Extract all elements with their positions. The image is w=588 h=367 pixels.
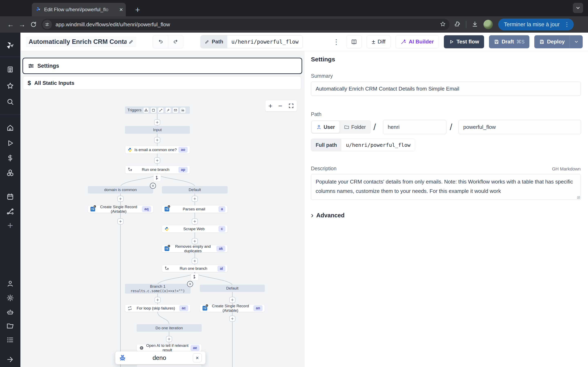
advanced-section-toggle[interactable]: › Advanced — [311, 212, 345, 219]
remove-branch-button[interactable]: × — [150, 183, 156, 189]
node-for-loop[interactable]: For loop (skip failures) ac — [125, 304, 190, 312]
webhook-trigger-icon[interactable] — [143, 108, 149, 113]
deno-runtime-popup[interactable]: deno × — [115, 351, 206, 364]
url-bar[interactable]: app.windmill.dev/flows/edit/u/henri/powe… — [41, 19, 450, 30]
node-run-one-branch-2[interactable]: Run one branch al — [162, 265, 228, 272]
node-create-record-2[interactable]: TS Create Single Record (Airtable) an — [200, 304, 265, 312]
extensions-icon[interactable] — [454, 21, 461, 28]
zoom-out-button[interactable]: − — [278, 102, 282, 109]
fit-view-button[interactable] — [288, 103, 294, 109]
tab-search-button[interactable] — [573, 3, 583, 13]
download-icon[interactable] — [472, 21, 478, 28]
deploy-dropdown-button[interactable] — [570, 35, 583, 48]
triggers-bar[interactable]: Triggers — [125, 106, 190, 114]
draft-button[interactable]: Draft ⌘S — [489, 35, 530, 48]
user-toggle[interactable]: User — [312, 121, 339, 133]
sidebar-item-user[interactable] — [0, 280, 20, 287]
forward-button[interactable]: → — [16, 19, 28, 30]
undo-button[interactable] — [153, 35, 168, 48]
sidebar-item-logs[interactable] — [0, 336, 20, 344]
add-step-button[interactable]: + — [117, 218, 123, 225]
add-step-button[interactable]: + — [166, 336, 172, 342]
branch-default-header-1[interactable]: Default — [162, 186, 228, 193]
bookmark-star-icon[interactable] — [440, 21, 446, 28]
folder-toggle[interactable]: Folder — [339, 121, 370, 133]
sidebar-item-schedules[interactable] — [0, 193, 20, 201]
browser-tab[interactable]: Edit Flow u/henri/powerful_flo × — [32, 3, 126, 16]
test-flow-button[interactable]: Test flow — [444, 35, 484, 48]
add-step-button[interactable]: + — [192, 238, 198, 244]
node-create-record-1[interactable]: TS Create Single Record (Airtable) aq — [88, 205, 153, 213]
sidebar-item-folders[interactable] — [0, 322, 20, 330]
description-textarea[interactable]: Populate your CRM contacts' details from… — [311, 174, 581, 200]
url-text[interactable]: app.windmill.dev/flows/edit/u/henri/powe… — [56, 21, 440, 28]
add-step-button[interactable]: + — [117, 196, 123, 202]
path-name-input[interactable] — [458, 120, 581, 134]
sidebar-item-create[interactable] — [0, 222, 20, 229]
sidebar-item-workspace[interactable] — [0, 66, 20, 73]
node-removes-duplicates[interactable]: TS Removes empty and duplicates ak — [162, 245, 228, 252]
add-branch-button[interactable] — [153, 174, 161, 182]
ai-builder-button[interactable]: AI Builder — [396, 35, 439, 48]
add-step-button[interactable]: + — [192, 218, 198, 225]
add-branch-button[interactable] — [191, 273, 199, 281]
sidebar-item-favorites[interactable] — [0, 82, 20, 90]
add-step-button[interactable]: + — [155, 297, 161, 303]
flow-input-node[interactable]: Input — [125, 126, 190, 134]
back-button[interactable]: ← — [5, 19, 16, 30]
add-step-button[interactable]: + — [192, 258, 198, 264]
profile-avatar[interactable] — [484, 20, 493, 29]
sidebar-expand-icon[interactable] — [0, 356, 20, 363]
remove-branch-button[interactable]: × — [187, 281, 193, 287]
add-step-button[interactable]: + — [154, 119, 160, 125]
tab-close-icon[interactable]: × — [119, 7, 123, 13]
path-pill[interactable]: Path u/henri/powerful_flow — [200, 35, 303, 48]
textarea-resize-handle[interactable] — [577, 196, 580, 199]
node-openai-relevance[interactable]: Open AI to tell if relevant result ae — [137, 344, 202, 351]
popup-close-button[interactable]: × — [193, 353, 202, 362]
deploy-button[interactable]: Deploy — [534, 35, 570, 48]
add-step-button[interactable]: + — [192, 196, 198, 202]
add-step-button[interactable]: + — [154, 137, 160, 143]
docs-button[interactable] — [346, 35, 362, 48]
plug-trigger-icon[interactable] — [165, 108, 171, 113]
path-owner-input[interactable] — [383, 120, 446, 134]
site-settings-icon[interactable] — [43, 20, 52, 29]
sidebar-item-search[interactable] — [0, 98, 20, 106]
sidebar-item-resources[interactable] — [0, 169, 20, 176]
reload-button[interactable] — [28, 19, 39, 30]
node-scrape-web[interactable]: Scrape Web c — [162, 225, 228, 233]
header-kebab-icon[interactable]: ⋮ — [331, 38, 341, 46]
route-trigger-icon[interactable] — [158, 108, 164, 113]
add-step-button[interactable]: + — [229, 297, 235, 303]
sidebar-item-triggers[interactable] — [0, 208, 20, 215]
node-is-email-common[interactable]: Is email a common one? ao — [125, 146, 190, 154]
deploy-button-group: Deploy — [534, 35, 583, 48]
edit-title-pencil-icon[interactable] — [129, 39, 134, 44]
summary-input[interactable] — [311, 82, 581, 96]
sidebar-item-workers[interactable] — [0, 308, 20, 316]
browser-update-button[interactable]: Terminer la mise à jour ⋮ — [498, 18, 574, 30]
branch-domain-header[interactable]: domain is common — [88, 186, 153, 193]
diff-button[interactable]: ± Diff — [367, 35, 390, 48]
node-parses-email[interactable]: TS Parses email a — [162, 205, 228, 213]
branch-1-header[interactable]: Branch 1 results.c.some((x)=>x!="") — [125, 284, 190, 294]
node-run-one-branch-1[interactable]: Run one branch ap — [125, 166, 190, 174]
flow-title-wrap[interactable]: Automatically Enrich CRM Contact — [26, 36, 136, 47]
browser-menu-icon[interactable]: ⋮ — [563, 21, 571, 28]
windmill-logo[interactable] — [0, 40, 20, 50]
sidebar-item-home[interactable] — [0, 124, 20, 132]
new-tab-button[interactable]: + — [132, 4, 143, 15]
add-step-button[interactable]: + — [229, 316, 235, 322]
do-one-iteration-header[interactable]: Do one iteration — [137, 324, 202, 332]
sidebar-item-variables[interactable] — [0, 154, 20, 162]
add-step-button[interactable]: + — [154, 157, 160, 164]
redo-button[interactable] — [168, 35, 183, 48]
schedule-trigger-icon[interactable] — [151, 108, 156, 113]
zoom-in-button[interactable]: + — [268, 102, 272, 109]
email-trigger-icon[interactable] — [173, 108, 178, 113]
sidebar-item-runs[interactable] — [0, 140, 20, 147]
sidebar-item-settings[interactable] — [0, 294, 20, 302]
branch-default-header-2[interactable]: Default — [200, 285, 265, 292]
poll-trigger-icon[interactable] — [180, 108, 186, 113]
